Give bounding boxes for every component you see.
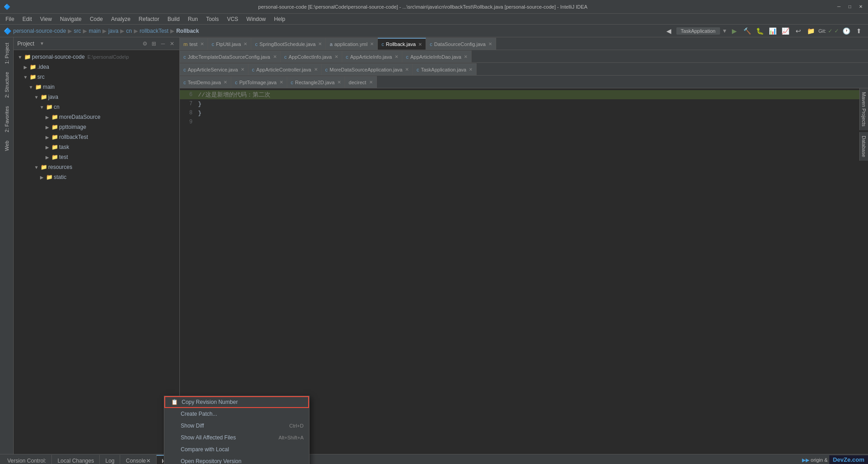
tab-ftputil[interactable]: c FtpUtil.java ✕ — [208, 38, 252, 50]
tree-item-ppttoimage[interactable]: ▶ 📁 ppttoimage — [14, 122, 179, 132]
tree-item-java[interactable]: ▼ 📁 java — [14, 92, 179, 102]
panel-collapse-button[interactable]: ─ — [159, 40, 167, 47]
ctx-compare-local[interactable]: Compare with Local — [164, 444, 309, 455]
close-button[interactable]: ✕ — [857, 3, 864, 10]
sidebar-tab-web[interactable]: Web — [2, 137, 11, 154]
menu-code[interactable]: Code — [86, 15, 107, 23]
menu-refactor[interactable]: Refactor — [135, 15, 163, 23]
coverage-button[interactable]: 📊 — [767, 25, 778, 36]
maximize-button[interactable]: □ — [846, 3, 853, 10]
tree-item-rollbacktest[interactable]: ▶ 📁 rollbackTest — [14, 132, 179, 142]
panel-settings-button[interactable]: ⚙ — [141, 40, 148, 47]
menu-edit[interactable]: Edit — [19, 15, 36, 23]
menu-tools[interactable]: Tools — [203, 15, 223, 23]
tab-apparticle[interactable]: c AppArticleInfo.java ✕ — [342, 51, 402, 62]
breadcrumb-root[interactable]: personal-source-code — [13, 28, 66, 34]
breadcrumb-rollbacktest[interactable]: rollbackTest — [140, 28, 168, 34]
tab-appcollect-close[interactable]: ✕ — [335, 54, 338, 59]
git-history-button[interactable]: 🕐 — [841, 25, 852, 36]
tab-rectangle[interactable]: c Rectangle2D.java ✕ — [287, 76, 345, 88]
back-button[interactable]: ◀ — [664, 25, 675, 36]
tab-test[interactable]: m test ✕ — [180, 38, 208, 50]
breadcrumb-cn[interactable]: cn — [126, 28, 132, 34]
tab-moredatasource[interactable]: c MoreDataSourceApplication.java ✕ — [322, 63, 413, 75]
tab-ftputil-close[interactable]: ✕ — [244, 41, 247, 46]
panel-hide-button[interactable]: ✕ — [168, 40, 176, 47]
panel-expand-button[interactable]: ⊞ — [150, 40, 157, 47]
breadcrumb-main[interactable]: main — [89, 28, 101, 34]
bottom-tab-log[interactable]: Log — [100, 455, 120, 464]
menu-window[interactable]: Window — [243, 15, 269, 23]
vcs-button[interactable]: 📁 — [806, 25, 817, 36]
menu-build[interactable]: Build — [164, 15, 183, 23]
menu-help[interactable]: Help — [270, 15, 289, 23]
menu-navigate[interactable]: Navigate — [56, 15, 85, 23]
minimize-button[interactable]: ─ — [835, 3, 843, 10]
undo-button[interactable]: ↩ — [793, 25, 804, 36]
tab-testdemo[interactable]: c TestDemo.java ✕ — [180, 76, 231, 88]
tab-decirect[interactable]: decirect ✕ — [345, 76, 377, 88]
bottom-tab-vc-label[interactable]: Version Control: — [2, 455, 52, 464]
tab-testdemo-close[interactable]: ✕ — [223, 80, 227, 85]
tree-item-root[interactable]: ▼ 📁 personal-source-code E:\personalCode… — [14, 52, 179, 62]
tab-appcollect[interactable]: c AppCollectInfo.java ✕ — [281, 51, 342, 62]
bottom-tab-console-close[interactable]: ✕ — [146, 458, 151, 464]
tab-apparticledao[interactable]: c AppArticleInfoDao.java ✕ — [402, 51, 472, 62]
tab-springboot-close[interactable]: ✕ — [318, 41, 322, 46]
tab-appservice[interactable]: c AppArticleService.java ✕ — [180, 63, 249, 75]
ctx-open-repo[interactable]: Open Repository Version — [164, 455, 309, 464]
tab-taskapplication-close[interactable]: ✕ — [469, 67, 472, 72]
tab-decirect-close[interactable]: ✕ — [369, 80, 373, 85]
menu-vcs[interactable]: VCS — [223, 15, 242, 23]
tab-moredatasource-close[interactable]: ✕ — [405, 67, 409, 72]
tab-test-close[interactable]: ✕ — [200, 41, 204, 46]
tab-application-close[interactable]: ✕ — [370, 41, 374, 46]
build-button[interactable]: 🔨 — [742, 25, 753, 36]
run-button[interactable]: ▶ — [729, 25, 740, 36]
tab-ppttoimage[interactable]: c PptToImage.java ✕ — [231, 76, 287, 88]
tab-appcontroller[interactable]: c AppArticleController.java ✕ — [249, 63, 322, 75]
dropdown-arrow-icon[interactable]: ▼ — [722, 28, 727, 34]
maven-projects-panel[interactable]: Maven Projects — [859, 88, 868, 130]
menu-analyze[interactable]: Analyze — [107, 15, 134, 23]
tree-item-resources[interactable]: ▼ 📁 resources — [14, 162, 179, 172]
ctx-show-diff[interactable]: Show Diff Ctrl+D — [164, 420, 309, 432]
tree-item-task[interactable]: ▶ 📁 task — [14, 142, 179, 152]
tab-springboot[interactable]: c SpringBootSchedule.java ✕ — [251, 38, 326, 50]
sidebar-tab-favorites[interactable]: 2: Favorites — [2, 102, 11, 136]
tree-item-moredatasource[interactable]: ▶ 📁 moreDataSource — [14, 112, 179, 122]
breadcrumb-java[interactable]: java — [108, 28, 118, 34]
tree-item-src[interactable]: ▼ 📁 src — [14, 72, 179, 82]
sidebar-tab-project[interactable]: 1: Project — [2, 39, 11, 67]
task-app-dropdown[interactable]: TaskApplication — [676, 27, 720, 35]
tab-datasource-close[interactable]: ✕ — [488, 41, 492, 46]
tab-ppttoimage-close[interactable]: ✕ — [279, 80, 283, 85]
tree-item-static[interactable]: ▶ 📁 static — [14, 172, 179, 182]
project-dropdown-icon[interactable]: ▼ — [40, 41, 44, 46]
tree-item-test[interactable]: ▶ 📁 test — [14, 152, 179, 162]
breadcrumb-rollback[interactable]: Rollback — [176, 28, 199, 34]
git-push-button[interactable]: ⬆ — [853, 25, 864, 36]
tree-item-idea[interactable]: ▶ 📁 .idea — [14, 62, 179, 72]
tab-application[interactable]: a application.yml ✕ — [326, 38, 378, 50]
tab-apparticledao-close[interactable]: ✕ — [464, 54, 467, 59]
profile-button[interactable]: 📈 — [780, 25, 791, 36]
tab-appservice-close[interactable]: ✕ — [241, 67, 244, 72]
menu-run[interactable]: Run — [184, 15, 202, 23]
tab-datasource[interactable]: c DataSourceConfig.java ✕ — [426, 38, 496, 50]
tree-item-cn[interactable]: ▼ 📁 cn — [14, 102, 179, 112]
ctx-show-all[interactable]: Show All Affected Files Alt+Shift+A — [164, 432, 309, 444]
tab-rollback-close[interactable]: ✕ — [418, 42, 422, 47]
ctx-create-patch[interactable]: Create Patch... — [164, 408, 309, 420]
sidebar-tab-structure[interactable]: 2: Structure — [2, 68, 11, 102]
menu-view[interactable]: View — [36, 15, 56, 23]
tab-jdbctemplate[interactable]: c JdbcTemplateDataSourceConfig.java ✕ — [180, 51, 281, 62]
ctx-copy-revision[interactable]: 📋 Copy Revision Number — [164, 396, 309, 408]
tab-jdbctemplate-close[interactable]: ✕ — [273, 54, 277, 59]
menu-file[interactable]: File — [2, 15, 18, 23]
tab-apparticle-close[interactable]: ✕ — [395, 54, 398, 59]
tab-rollback[interactable]: c Rollback.java ✕ — [378, 38, 426, 50]
breadcrumb-src[interactable]: src — [74, 28, 81, 34]
tab-taskapplication[interactable]: c TaskApplication.java ✕ — [413, 63, 477, 75]
bottom-tab-local[interactable]: Local Changes — [52, 455, 100, 464]
